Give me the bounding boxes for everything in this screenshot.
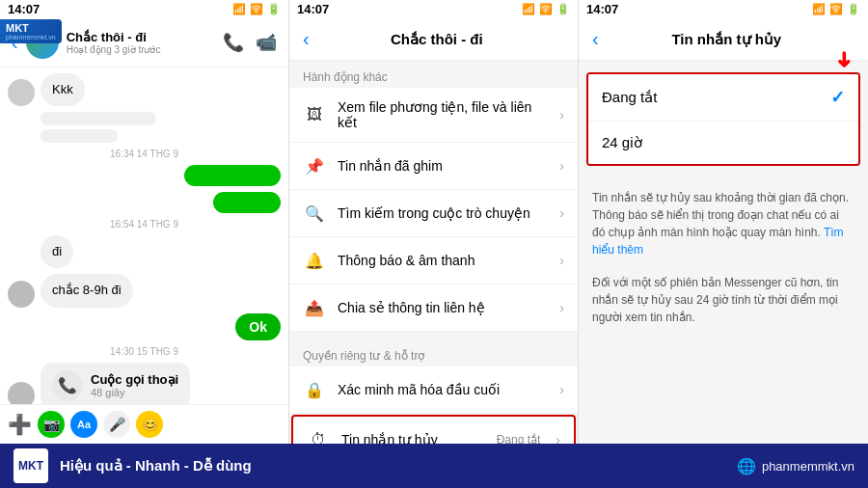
chat-item-kkk: Kkk <box>8 73 281 106</box>
panel2-back[interactable]: ‹ <box>303 28 310 50</box>
info-text: Tin nhắn sẽ tự hủy sau khoảng thời gian … <box>592 191 849 239</box>
option-24h[interactable]: 24 giờ <box>588 122 858 164</box>
p2-signal: 📶 <box>522 3 535 15</box>
p3-time: 14:07 <box>586 2 618 16</box>
menu-badge: Đang tắt <box>497 433 541 444</box>
sent-bubble <box>213 192 281 213</box>
timestamp: 16:34 14 THG 9 <box>8 149 281 159</box>
red-arrow-down-icon: ➜ <box>831 51 856 68</box>
signal-icon: 📶 <box>232 3 246 15</box>
timestamp3: 14:30 15 THG 9 <box>8 346 281 357</box>
panel2-status-bar: 14:07 📶 🛜 🔋 <box>289 0 578 18</box>
bubble: chắc 8-9h đi <box>41 274 133 307</box>
mic-icon[interactable]: 🎤 <box>103 411 130 438</box>
p3-signal: 📶 <box>812 3 826 15</box>
lock-icon: 🔒 <box>303 378 326 401</box>
panel3-title: Tin nhắn tự hủy <box>599 31 854 48</box>
battery-icon: 🔋 <box>267 3 281 15</box>
video-icon[interactable]: 📹 <box>256 32 277 53</box>
menu-item-e2e[interactable]: 🔒 Xác minh mã hóa đầu cuối › <box>289 366 578 414</box>
wifi-icon: 🛜 <box>250 3 263 15</box>
camera-icon[interactable]: 📷 <box>38 411 65 438</box>
menu-text: Xác minh mã hóa đầu cuối <box>338 382 548 397</box>
chevron-icon: › <box>559 253 564 268</box>
avatar <box>8 79 35 106</box>
option-label: Đang tắt <box>602 89 830 106</box>
mkt-logo-sub: phanmemmkt.vn <box>6 34 56 41</box>
settings-panel: 14:07 📶 🛜 🔋 ‹ Chắc thôi - đi Hành động k… <box>289 0 579 444</box>
info-text2: Đối với một số phiên bản Messenger cũ hơ… <box>592 276 838 324</box>
mkt-logo-overlay: MKT phanmemmkt.vn <box>0 19 62 43</box>
p2-wifi: 🛜 <box>539 3 553 15</box>
notif-icon: 🔔 <box>303 249 326 272</box>
p3-wifi: 🛜 <box>829 3 843 15</box>
grey-bar <box>41 112 156 125</box>
contact-status: Hoạt động 3 giờ trước <box>67 44 161 55</box>
panel3-back[interactable]: ‹ <box>592 28 599 50</box>
section-divider <box>289 332 578 339</box>
menu-item-notif[interactable]: 🔔 Thông báo & âm thanh › <box>289 237 578 285</box>
bottom-right: 🌐 phanmemmkt.vn <box>737 457 854 475</box>
option-group: Đang tắt ✓ 24 giờ <box>586 72 860 166</box>
call-label: Cuộc gọi thoại <box>91 372 178 387</box>
chevron-icon: › <box>559 382 564 397</box>
menu-item-search[interactable]: 🔍 Tìm kiếm trong cuộc trò chuyện › <box>289 190 578 237</box>
menu-text: Tin nhắn đã ghim <box>338 158 548 174</box>
info-box: Tin nhắn sẽ tự hủy sau khoảng thời gian … <box>579 177 868 270</box>
p2-time: 14:07 <box>297 2 329 16</box>
options-wrapper: ➜ Đang tắt ✓ 24 giờ <box>586 67 860 172</box>
chevron-icon: › <box>559 107 564 122</box>
menu-item-media[interactable]: 🖼 Xem file phương tiện, file và liên kết… <box>289 88 578 143</box>
panel3-status-bar: 14:07 📶 🛜 🔋 <box>579 0 868 18</box>
highlight-wrapper: ⏱ Tin nhắn tự hủy Đang tắt › ➜ <box>289 415 578 444</box>
menu-item-pin[interactable]: 📌 Tin nhắn đã ghim › <box>289 143 578 190</box>
mkt-logo-text: MKT <box>6 22 56 34</box>
menu-item-share[interactable]: 📤 Chia sẻ thông tin liên hệ › <box>289 285 578 332</box>
menu-text: Tin nhắn tự hủy <box>341 432 485 444</box>
settings-list: Hành động khác 🖼 Xem file phương tiện, f… <box>289 61 578 444</box>
p2-battery: 🔋 <box>556 3 570 15</box>
timer-icon: ⏱ <box>307 428 330 444</box>
chat-input-bar: ➕ 📷 Aa 🎤 😊 <box>0 404 288 444</box>
chat-item-sent1 <box>8 165 281 186</box>
chat-item-ok: Ok <box>8 313 281 340</box>
type-icon[interactable]: Aa <box>70 411 97 438</box>
emoji-icon[interactable]: 😊 <box>136 411 163 438</box>
chat-item-sent2 <box>8 192 281 213</box>
chat-item-chac: chắc 8-9h đi <box>8 274 281 307</box>
check-icon: ✓ <box>830 87 845 108</box>
menu-item-autodestruct[interactable]: ⏱ Tin nhắn tự hủy Đang tắt › <box>291 415 576 444</box>
panel2-title: Chắc thôi - đi <box>310 31 564 48</box>
chevron-icon: › <box>559 300 564 315</box>
panel3-header: ‹ Tin nhắn tự hủy <box>579 18 868 61</box>
call-icon: 📞 <box>52 370 83 401</box>
contact-name: Chắc thôi - đi <box>67 30 161 44</box>
chat-item-grey <box>8 112 281 143</box>
option-label: 24 giờ <box>602 134 845 151</box>
add-icon[interactable]: ➕ <box>8 413 32 436</box>
chevron-icon: › <box>559 205 564 221</box>
info-box2: Đối với một số phiên bản Messenger cũ hơ… <box>579 270 868 338</box>
avatar <box>8 281 35 308</box>
globe-icon: 🌐 <box>737 457 756 475</box>
menu-text: Tìm kiếm trong cuộc trò chuyện <box>338 205 548 221</box>
chat-item-call: 📞 Cuộc gọi thoại 48 giây <box>8 363 281 404</box>
pin-icon: 📌 <box>303 154 326 177</box>
grey-bubbles <box>41 112 156 143</box>
media-icon: 🖼 <box>303 103 326 126</box>
phone-icon[interactable]: 📞 <box>223 32 244 53</box>
menu-text: Thông báo & âm thanh <box>338 253 548 268</box>
share-icon: 📤 <box>303 296 326 319</box>
section-label-1: Hành động khác <box>289 61 578 88</box>
search-icon: 🔍 <box>303 202 326 225</box>
option-dang-tat[interactable]: Đang tắt ✓ <box>588 74 858 122</box>
bottom-logo: MKT <box>14 448 48 483</box>
logo-text: MKT <box>18 459 43 473</box>
autodestruct-panel: 14:07 📶 🛜 🔋 ‹ Tin nhắn tự hủy ➜ Đang tắt… <box>579 0 868 444</box>
status-bar-time: 14:07 <box>8 2 40 16</box>
chevron-icon: › <box>559 158 564 174</box>
bubble: đi <box>41 235 73 268</box>
menu-text: Xem file phương tiện, file và liên kết <box>338 99 548 130</box>
chat-messages: Kkk 16:34 14 THG 9 16:54 14 THG 9 <box>0 68 288 404</box>
chat-panel: 14:07 📶 🛜 🔋 MKT phanmemmkt.vn ‹ Chắc thô… <box>0 0 289 444</box>
